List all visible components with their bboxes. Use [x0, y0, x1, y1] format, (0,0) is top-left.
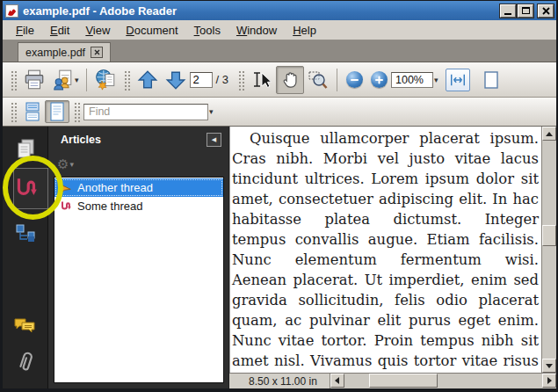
articles-panel-header: Articles ◀: [48, 127, 228, 153]
toolbar-grip[interactable]: [123, 69, 130, 91]
page-size-label: 8.50 x 11.00 in: [229, 375, 330, 388]
find-input[interactable]: [83, 104, 208, 120]
vertical-scroll-thumb[interactable]: [542, 225, 556, 246]
tab-bar: example.pdf: [3, 40, 556, 62]
zoom-level-select[interactable]: 100%: [391, 72, 433, 88]
panel-options-bar: ⚙ ▾: [48, 153, 228, 175]
main-area: Articles ◀ ⚙ ▾ Another thread: [3, 127, 556, 388]
minimize-icon: [504, 13, 511, 15]
attachments-panel-button[interactable]: [3, 349, 48, 375]
thread-arrow-icon: [59, 181, 72, 194]
list-item-another-thread[interactable]: Another thread: [54, 178, 223, 197]
options-caret-icon[interactable]: ▾: [69, 160, 74, 169]
articles-panel-button[interactable]: [3, 176, 48, 200]
close-button[interactable]: [538, 4, 554, 18]
list-item-some-thread[interactable]: Some thread: [54, 197, 223, 215]
main-toolbar: ▾: [3, 62, 556, 98]
comments-panel-button[interactable]: [3, 316, 48, 337]
zoom-out-button[interactable]: [342, 69, 366, 91]
marquee-zoom-button[interactable]: [304, 66, 332, 94]
single-page-mode-button[interactable]: [45, 100, 69, 123]
horizontal-scrollbar[interactable]: [330, 374, 556, 388]
menu-view[interactable]: View: [77, 22, 118, 39]
menu-file[interactable]: File: [8, 22, 42, 39]
find-dropdown-caret-icon[interactable]: ▾: [209, 107, 214, 116]
articles-panel: Articles ◀ ⚙ ▾ Another thread: [48, 127, 228, 388]
globe-document-icon: [94, 69, 117, 91]
titlebar[interactable]: example.pdf - Adobe Reader: [3, 1, 556, 20]
zoom-dropdown-caret-icon[interactable]: ▾: [434, 76, 438, 84]
next-page-button[interactable]: [162, 66, 190, 94]
printer-icon: [23, 69, 46, 91]
scroll-up-button[interactable]: [542, 127, 556, 141]
document-text: Quisque ullamcorper placerat ipsum. Cras…: [232, 128, 539, 373]
pages-panel-button[interactable]: [3, 137, 48, 162]
window-controls: [498, 4, 554, 18]
article-thread-icon: [59, 200, 72, 213]
toolbar-grip[interactable]: [10, 69, 17, 91]
scroll-down-button[interactable]: [542, 359, 556, 373]
tab-label: example.pdf: [25, 47, 85, 59]
tab-close-button[interactable]: [91, 47, 103, 58]
fit-page-button[interactable]: [479, 69, 504, 91]
triangle-down-icon: [546, 364, 553, 368]
layers-panel-button[interactable]: [3, 223, 48, 243]
triangle-left-icon: [335, 377, 339, 384]
fit-page-icon: [482, 70, 500, 90]
articles-list: Another thread Some thread: [54, 177, 224, 383]
select-tool-button[interactable]: [248, 66, 276, 94]
menubar: File Edit View Document Tools Window Hel…: [3, 20, 556, 40]
window-title: example.pdf - Adobe Reader: [23, 4, 498, 18]
collapse-panel-button[interactable]: ◀: [207, 133, 221, 147]
close-icon: [542, 7, 550, 15]
scrolling-mode-button[interactable]: [20, 100, 45, 123]
comments-icon: [13, 316, 38, 337]
vertical-scrollbar[interactable]: [541, 127, 556, 373]
options-gear-button[interactable]: ⚙: [57, 156, 69, 172]
maximize-button[interactable]: [518, 4, 533, 18]
menu-tools[interactable]: Tools: [186, 22, 228, 39]
menu-help[interactable]: Help: [285, 22, 324, 39]
tab-example-pdf[interactable]: example.pdf: [18, 42, 111, 62]
upload-document-button[interactable]: [91, 66, 120, 94]
pdf-app-icon: [5, 4, 18, 18]
arrow-up-icon: [137, 69, 158, 91]
toolbar-grip[interactable]: [237, 69, 244, 91]
scroll-left-button[interactable]: [330, 374, 344, 388]
previous-page-button[interactable]: [134, 66, 162, 94]
document-status-bar: 8.50 x 11.00 in: [229, 373, 556, 388]
select-tool-icon: [251, 69, 272, 91]
scroll-right-button[interactable]: [542, 374, 556, 388]
document-page[interactable]: Quisque ullamcorper placerat ipsum. Cras…: [229, 127, 556, 373]
continuous-pages-icon: [24, 102, 41, 121]
horizontal-scroll-thumb[interactable]: [369, 374, 438, 388]
share-document-button[interactable]: ▾: [48, 66, 82, 94]
triangle-up-icon: [546, 132, 553, 136]
toolbar-separator: [86, 69, 87, 91]
marquee-zoom-icon: [308, 69, 329, 91]
app-window: example.pdf - Adobe Reader File Edit Vie…: [0, 0, 558, 392]
dropdown-caret-icon: ▾: [75, 76, 79, 84]
maximize-icon: [522, 7, 530, 14]
menu-window[interactable]: Window: [228, 22, 285, 39]
articles-icon: [13, 176, 38, 200]
menu-edit[interactable]: Edit: [42, 22, 77, 39]
layers-icon: [16, 223, 35, 243]
menu-document[interactable]: Document: [118, 22, 185, 39]
zoom-out-icon: [346, 71, 363, 88]
hand-tool-icon: [280, 69, 301, 90]
window-body: example.pdf - Adobe Reader File Edit Vie…: [3, 1, 556, 388]
toolbar-grip[interactable]: [73, 101, 80, 122]
minimize-button[interactable]: [500, 4, 516, 18]
zoom-in-button[interactable]: [366, 69, 391, 91]
hand-tool-button[interactable]: [276, 66, 304, 94]
paperclip-icon: [14, 349, 37, 375]
page-number-input[interactable]: [190, 72, 213, 88]
fit-width-button[interactable]: [446, 69, 470, 91]
print-button[interactable]: [20, 66, 48, 94]
list-item-label: Some thread: [77, 200, 142, 213]
list-item-label: Another thread: [77, 181, 153, 194]
toolbar-grip[interactable]: [10, 101, 17, 122]
navigation-panel-strip: [3, 127, 48, 388]
arrow-down-icon: [165, 69, 186, 91]
